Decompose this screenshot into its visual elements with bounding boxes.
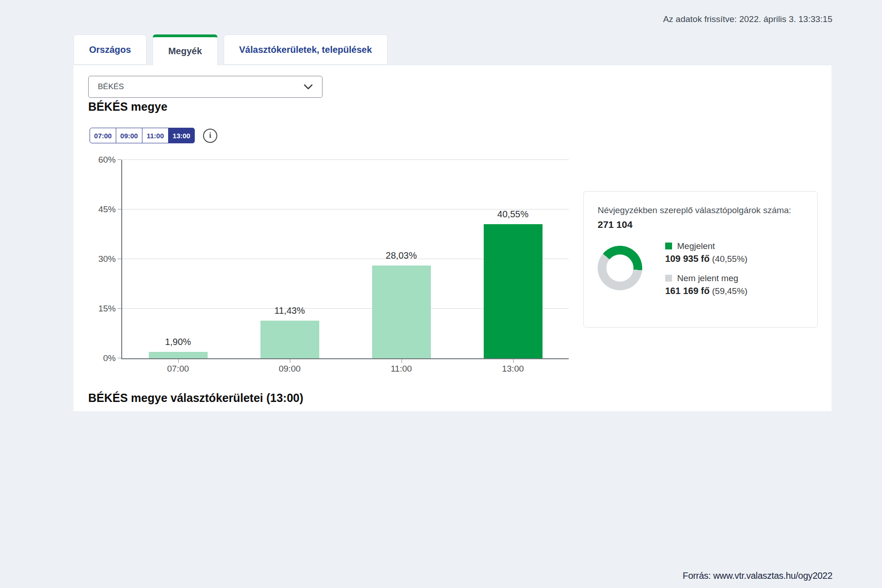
last-updated-text: Az adatok frissítve: 2022. április 3. 13… — [663, 14, 832, 24]
county-select-value: BÉKÉS — [98, 82, 124, 91]
x-axis-tick — [178, 359, 179, 363]
time-button-1100[interactable]: 11:00 — [142, 128, 169, 143]
tab-megyek[interactable]: Megyék — [153, 34, 217, 65]
content-card: BÉKÉS BÉKÉS megye 07:00 09:00 11:00 13:0… — [74, 65, 831, 411]
tab-bar: Országos Megyék Választókerületek, telep… — [74, 34, 388, 65]
legend-item-megjelent: Megjelent 109 935 fő (40,55%) — [665, 241, 747, 264]
tab-orszagos[interactable]: Országos — [74, 34, 147, 65]
gridline — [122, 159, 569, 160]
y-axis-tick-label: 30% — [88, 254, 116, 264]
time-filter-group: 07:00 09:00 11:00 13:00 i — [90, 128, 217, 143]
y-axis-tick — [118, 209, 121, 209]
y-axis-tick — [118, 308, 121, 309]
y-axis-tick-label: 45% — [88, 204, 116, 215]
turnout-donut-chart — [598, 246, 642, 290]
x-axis-tick — [401, 359, 402, 363]
donut-row: Megjelent 109 935 fő (40,55%) Nem jelent… — [598, 241, 803, 296]
legend-value-nem-jelent-meg: 161 169 fő — [665, 286, 710, 296]
bar-value-label: 11,43% — [253, 305, 327, 316]
y-axis-tick-label: 15% — [88, 304, 116, 314]
bar-13:00 — [484, 224, 543, 358]
bar-value-label: 28,03% — [365, 250, 438, 261]
legend-label-megjelent: Megjelent — [677, 241, 715, 251]
y-axis-tick-label: 0% — [88, 353, 116, 363]
bar-value-label: 40,55% — [476, 209, 550, 220]
chevron-down-icon — [304, 84, 313, 90]
tab-valasztokeruletek[interactable]: Választókerületek, települések — [224, 34, 388, 65]
legend-label-nem-jelent-meg: Nem jelent meg — [677, 273, 738, 283]
time-button-0700[interactable]: 07:00 — [90, 128, 116, 143]
plot-area: 0%15%30%45%60%1,90%07:0011,43%09:0028,03… — [121, 160, 569, 359]
voters-summary-title: Névjegyzékben szereplő választópolgárok … — [598, 204, 803, 217]
x-axis-tick — [513, 359, 514, 363]
x-axis-tick — [290, 359, 290, 363]
county-title: BÉKÉS megye — [88, 100, 167, 113]
x-axis-tick-label: 11:00 — [365, 364, 438, 374]
county-select[interactable]: BÉKÉS — [88, 76, 322, 98]
legend-item-nem-jelent-meg: Nem jelent meg 161 169 fő (59,45%) — [665, 273, 747, 296]
districts-subtitle: BÉKÉS megye választókerületei (13:00) — [88, 391, 303, 405]
y-axis-tick — [118, 259, 121, 259]
source-text: Forrás: www.vtr.valasztas.hu/ogy2022 — [683, 571, 832, 581]
legend-pct-megjelent: (40,55%) — [712, 254, 747, 264]
turnout-bar-chart: 0%15%30%45%60%1,90%07:0011,43%09:0028,03… — [121, 160, 569, 359]
y-axis-tick — [118, 159, 121, 160]
legend-swatch-megjelent — [665, 243, 672, 249]
bar-11:00 — [372, 266, 431, 358]
legend-swatch-nem-jelent-meg — [665, 275, 672, 282]
voters-summary-panel: Névjegyzékben szereplő választópolgárok … — [583, 191, 818, 328]
time-button-0900[interactable]: 09:00 — [116, 128, 142, 143]
voters-total: 271 104 — [598, 219, 803, 230]
time-button-1300[interactable]: 13:00 — [168, 128, 195, 143]
info-icon[interactable]: i — [203, 129, 217, 143]
y-axis-tick — [118, 358, 121, 358]
x-axis-tick-label: 13:00 — [476, 364, 550, 374]
bar-07:00 — [149, 352, 208, 358]
x-axis-tick-label: 09:00 — [253, 364, 327, 374]
x-axis-tick-label: 07:00 — [141, 364, 215, 374]
legend-pct-nem-jelent-meg: (59,45%) — [712, 286, 747, 296]
legend-value-megjelent: 109 935 fő — [665, 254, 710, 264]
bar-09:00 — [260, 321, 319, 358]
y-axis-tick-label: 60% — [88, 155, 116, 165]
donut-legend: Megjelent 109 935 fő (40,55%) Nem jelent… — [665, 241, 747, 296]
bar-value-label: 1,90% — [141, 337, 215, 347]
